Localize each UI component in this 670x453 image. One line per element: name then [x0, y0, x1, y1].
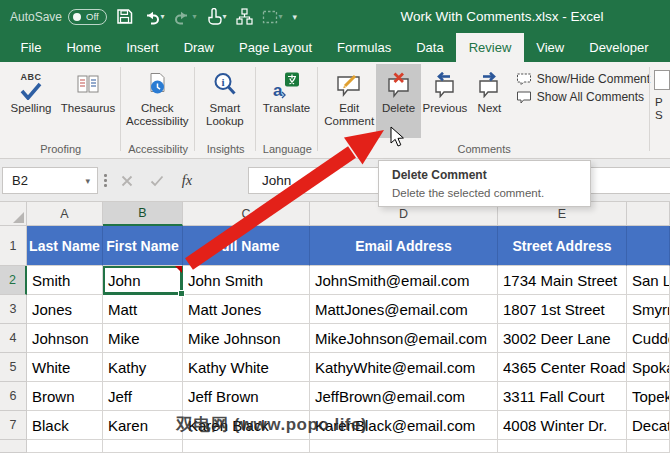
check-accessibility-button[interactable]: Check Accessibility: [121, 64, 193, 128]
cell-C2[interactable]: John Smith: [183, 266, 310, 295]
previous-comment-button[interactable]: Previous: [421, 64, 469, 115]
cell-C3[interactable]: Matt Jones: [183, 295, 310, 324]
tab-developer[interactable]: Developer: [577, 33, 661, 62]
cell-E2[interactable]: 1734 Main Street: [498, 266, 627, 295]
row-header-3[interactable]: 3: [0, 295, 27, 324]
translate-button[interactable]: a Translate: [256, 64, 316, 115]
edit-comment-button[interactable]: Edit Comment: [322, 64, 376, 128]
column-header-F[interactable]: [627, 202, 670, 226]
field-header-last-name[interactable]: Last Name: [27, 226, 103, 266]
delete-comment-label: Delete: [382, 102, 415, 115]
field-header-first-name[interactable]: First Name: [103, 226, 183, 266]
next-comment-button[interactable]: Next: [469, 64, 510, 115]
cell-E8[interactable]: [498, 440, 627, 453]
cell-E3[interactable]: 1807 1st Street: [498, 295, 627, 324]
tab-page-layout[interactable]: Page Layout: [227, 33, 325, 62]
cell-E6[interactable]: 3311 Fall Court: [498, 382, 627, 411]
cell-A3[interactable]: Jones: [27, 295, 103, 324]
field-header-F[interactable]: [627, 226, 670, 266]
column-header-C[interactable]: C: [183, 202, 310, 226]
cell-F8[interactable]: [627, 440, 670, 453]
flowchart-icon: [236, 8, 253, 25]
cell-F7[interactable]: Decatu: [627, 411, 670, 440]
protect-button-partial[interactable]: P S: [650, 62, 670, 158]
cell-B6[interactable]: Jeff: [103, 382, 183, 411]
tab-formulas[interactable]: Formulas: [325, 33, 404, 62]
cell-B8[interactable]: [103, 440, 183, 453]
formula-bar-handle[interactable]: [104, 174, 107, 187]
select-objects-caret-icon: ▾: [279, 12, 283, 21]
tab-review[interactable]: Review: [456, 33, 524, 62]
row-header-4[interactable]: 4: [0, 324, 27, 353]
qat-overflow-icon[interactable]: ▾: [293, 12, 298, 22]
touch-mode-button[interactable]: ▾: [206, 8, 227, 26]
cell-D6[interactable]: JeffBrown@email.com: [310, 382, 498, 411]
cell-B5[interactable]: Kathy: [103, 353, 183, 382]
cell-C4[interactable]: Mike Johnson: [183, 324, 310, 353]
row-header-2[interactable]: 2: [0, 266, 27, 295]
insert-function-button[interactable]: fx: [172, 167, 202, 194]
row-header-6[interactable]: 6: [0, 382, 27, 411]
field-header-email-address[interactable]: Email Address: [310, 226, 498, 266]
undo-button[interactable]: ▾: [142, 9, 165, 25]
cell-A8[interactable]: [27, 440, 103, 453]
cell-B2[interactable]: John: [103, 266, 183, 295]
cell-F4[interactable]: Cudde: [627, 324, 670, 353]
redo-button[interactable]: ▾: [174, 9, 197, 25]
cell-C5[interactable]: Kathy White: [183, 353, 310, 382]
field-header-full-name[interactable]: Full Name: [183, 226, 310, 266]
cell-D8[interactable]: [310, 440, 498, 453]
cell-F5[interactable]: Spokan: [627, 353, 670, 382]
cell-B3[interactable]: Matt: [103, 295, 183, 324]
row-header-7[interactable]: 7: [0, 411, 27, 440]
confirm-entry-button[interactable]: [142, 167, 172, 194]
cell-A4[interactable]: Johnson: [27, 324, 103, 353]
cell-B7[interactable]: Karen: [103, 411, 183, 440]
tab-view[interactable]: View: [524, 33, 577, 62]
select-objects-button[interactable]: ▾: [262, 10, 283, 24]
smart-lookup-button[interactable]: i Smart Lookup: [195, 64, 255, 128]
cell-C8[interactable]: [183, 440, 310, 453]
save-button[interactable]: [116, 8, 133, 25]
name-box-caret-icon[interactable]: ▾: [85, 176, 97, 186]
next-comment-label: Next: [478, 102, 502, 115]
tab-data[interactable]: Data: [404, 33, 456, 62]
cell-A5[interactable]: White: [27, 353, 103, 382]
cell-B4[interactable]: Mike: [103, 324, 183, 353]
cell-D4[interactable]: MikeJohnson@email.com: [310, 324, 498, 353]
autosave-switch[interactable]: Off: [68, 9, 107, 25]
cell-E4[interactable]: 3002 Deer Lane: [498, 324, 627, 353]
show-all-comments-button[interactable]: Show All Comments: [516, 90, 650, 104]
column-header-B[interactable]: B: [103, 202, 183, 226]
cell-F2[interactable]: San Lu: [627, 266, 670, 295]
thesaurus-button[interactable]: Thesaurus: [58, 64, 118, 115]
tab-home[interactable]: Home: [54, 33, 114, 62]
cell-F3[interactable]: Smyrna: [627, 295, 670, 324]
cell-A2[interactable]: Smith: [27, 266, 103, 295]
flowchart-macro-button[interactable]: [236, 8, 253, 25]
cell-E7[interactable]: 4008 Winter Dr.: [498, 411, 627, 440]
cancel-entry-button[interactable]: [112, 167, 142, 194]
delete-comment-button[interactable]: Delete: [376, 64, 420, 138]
name-box[interactable]: B2 ▾: [2, 167, 98, 194]
tab-draw[interactable]: Draw: [171, 33, 226, 62]
field-header-street-address[interactable]: Street Address: [498, 226, 627, 266]
row-header-5[interactable]: 5: [0, 353, 27, 382]
cell-D3[interactable]: MattJones@email.com: [310, 295, 498, 324]
spelling-button[interactable]: ABC Spelling: [4, 64, 58, 115]
cell-E5[interactable]: 4365 Center Road: [498, 353, 627, 382]
select-all-corner[interactable]: [0, 202, 27, 226]
tab-insert[interactable]: Insert: [114, 33, 172, 62]
row-header-partial[interactable]: [0, 440, 27, 453]
cell-A7[interactable]: Black: [27, 411, 103, 440]
cell-A6[interactable]: Brown: [27, 382, 103, 411]
row-header-1[interactable]: 1: [0, 226, 27, 266]
cell-C6[interactable]: Jeff Brown: [183, 382, 310, 411]
cell-D5[interactable]: KathyWhite@email.com: [310, 353, 498, 382]
cell-F6[interactable]: Topeka: [627, 382, 670, 411]
autosave-toggle[interactable]: AutoSave Off: [10, 9, 107, 25]
show-hide-comment-button[interactable]: Show/Hide Comment: [516, 72, 650, 86]
column-header-A[interactable]: A: [27, 202, 103, 226]
tab-file[interactable]: File: [8, 33, 54, 62]
cell-D2[interactable]: JohnSmith@email.com: [310, 266, 498, 295]
